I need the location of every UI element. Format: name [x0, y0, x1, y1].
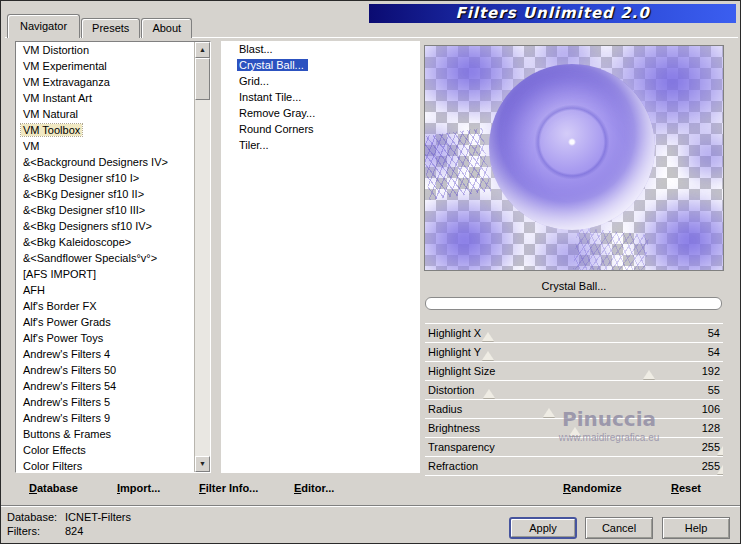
editor-button[interactable]: Editor... — [294, 482, 334, 494]
category-list-item[interactable]: VM Instant Art — [16, 90, 194, 106]
filter-list-item[interactable]: Tiler... — [221, 137, 420, 153]
slider-thumb-icon[interactable] — [543, 408, 555, 417]
crystal-ball-graphic — [489, 64, 655, 230]
param-slider-row[interactable]: Radius 106 — [425, 400, 723, 419]
slider-thumb-icon[interactable] — [482, 332, 494, 341]
category-list-item[interactable]: Color Filters — [16, 458, 194, 472]
scroll-up-icon[interactable]: ▲ — [195, 42, 210, 58]
category-list-item[interactable]: VM Distortion — [16, 42, 194, 58]
category-list-item[interactable]: Andrew's Filters 4 — [16, 346, 194, 362]
category-label: VM Extravaganza — [21, 76, 112, 88]
category-label: Andrew's Filters 4 — [21, 348, 112, 360]
category-list-item[interactable]: Alf's Power Toys — [16, 330, 194, 346]
database-button[interactable]: Database — [29, 482, 78, 494]
help-button[interactable]: Help — [662, 517, 730, 539]
category-list-item[interactable]: &<BKg Designer sf10 II> — [16, 186, 194, 202]
category-label: VM Experimental — [21, 60, 109, 72]
scrollbar-thumb[interactable] — [195, 58, 210, 100]
category-list-item[interactable]: &<Bkg Kaleidoscope> — [16, 234, 194, 250]
param-slider-row[interactable]: Refraction 255 — [425, 457, 723, 476]
category-label: VM — [21, 140, 42, 152]
preview-mesh-texture — [424, 128, 491, 200]
tab-label: Presets — [92, 22, 129, 34]
category-label: Andrew's Filters 54 — [21, 380, 118, 392]
status-database: Database: ICNET-Filters — [7, 511, 57, 524]
filter-info-button[interactable]: Filter Info... — [199, 482, 258, 494]
tab-label: Navigator — [20, 20, 67, 32]
filter-list-item[interactable]: Round Corners — [221, 121, 420, 137]
filter-list-item[interactable]: Grid... — [221, 73, 420, 89]
reset-button[interactable]: Reset — [671, 482, 701, 494]
category-list-item[interactable]: Alf's Power Grads — [16, 314, 194, 330]
progress-bar — [425, 297, 722, 310]
category-list-item[interactable]: &<Bkg Designer sf10 I> — [16, 170, 194, 186]
import-button[interactable]: Import... — [117, 482, 160, 494]
filters-unlimited-window: Navigator Presets About Filters Unlimite… — [0, 0, 741, 544]
category-label: Buttons & Frames — [21, 428, 113, 440]
param-slider-row[interactable]: Transparency 255 — [425, 438, 723, 457]
param-slider-row[interactable]: Highlight Y 54 — [425, 343, 723, 362]
tab-bar: Navigator Presets About — [7, 14, 193, 38]
category-list-item[interactable]: VM Toolbox — [16, 122, 194, 138]
category-label: AFH — [21, 284, 47, 296]
category-list-item[interactable]: Andrew's Filters 50 — [16, 362, 194, 378]
category-scrollbar[interactable]: ▲ ▼ — [194, 42, 210, 472]
scroll-down-icon[interactable]: ▼ — [195, 456, 210, 472]
filter-label: Instant Tile... — [237, 91, 305, 103]
category-list-item[interactable]: AFH — [16, 282, 194, 298]
slider-thumb-icon[interactable] — [482, 351, 494, 360]
category-label: Andrew's Filters 9 — [21, 412, 112, 424]
filter-list-item[interactable]: Blast... — [221, 41, 420, 57]
category-list-item[interactable]: &<Background Designers IV> — [16, 154, 194, 170]
tab[interactable]: About — [141, 18, 192, 38]
category-label: Color Effects — [21, 444, 88, 456]
filter-list: Blast... Crystal Ball... Grid... Instant… — [221, 41, 420, 473]
category-list-item[interactable]: &<Bkg Designers sf10 IV> — [16, 218, 194, 234]
randomize-button[interactable]: Randomize — [563, 482, 622, 494]
category-list-item[interactable]: &<Bkg Designer sf10 III> — [16, 202, 194, 218]
category-list-item[interactable]: Buttons & Frames — [16, 426, 194, 442]
window-title: Filters Unlimited 2.0 — [369, 4, 736, 23]
category-list-item[interactable]: Andrew's Filters 54 — [16, 378, 194, 394]
slider-thumb-icon[interactable] — [717, 446, 723, 455]
category-list: VM Distortion VM Experimental VM Extrava… — [15, 41, 211, 473]
category-list-item[interactable]: &<Sandflower Specials°v°> — [16, 250, 194, 266]
category-label: Andrew's Filters 50 — [21, 364, 118, 376]
param-label: Distortion — [428, 384, 474, 396]
slider-thumb-icon[interactable] — [483, 389, 495, 398]
category-list-item[interactable]: [AFS IMPORT] — [16, 266, 194, 282]
tab[interactable]: Navigator — [7, 14, 80, 38]
param-label: Highlight Size — [428, 365, 495, 377]
param-label: Highlight X — [428, 327, 481, 339]
param-value: 128 — [702, 422, 720, 434]
filter-label: Tiler... — [237, 139, 273, 151]
slider-thumb-icon[interactable] — [643, 370, 655, 379]
filter-list-item[interactable]: Remove Gray... — [221, 105, 420, 121]
category-list-item[interactable]: Color Effects — [16, 442, 194, 458]
param-label: Highlight Y — [428, 346, 481, 358]
param-slider-row[interactable]: Distortion 55 — [425, 381, 723, 400]
param-value: 192 — [702, 365, 720, 377]
tab[interactable]: Presets — [81, 18, 140, 38]
filter-label: Crystal Ball... — [237, 59, 308, 71]
category-list-item[interactable]: Alf's Border FX — [16, 298, 194, 314]
filter-list-item[interactable]: Crystal Ball... — [221, 57, 420, 73]
category-list-item[interactable]: Andrew's Filters 5 — [16, 394, 194, 410]
filter-list-item[interactable]: Instant Tile... — [221, 89, 420, 105]
category-list-item[interactable]: VM Natural — [16, 106, 194, 122]
category-list-item[interactable]: VM — [16, 138, 194, 154]
category-label: Alf's Power Toys — [21, 332, 105, 344]
param-slider-row[interactable]: Highlight Size 192 — [425, 362, 723, 381]
status-filters-label: Filters: — [7, 525, 40, 537]
category-list-item[interactable]: Andrew's Filters 9 — [16, 410, 194, 426]
category-list-item[interactable]: VM Extravaganza — [16, 74, 194, 90]
cancel-button[interactable]: Cancel — [585, 517, 653, 539]
category-list-item[interactable]: VM Experimental — [16, 58, 194, 74]
apply-button[interactable]: Apply — [509, 517, 577, 539]
preview-mesh-texture — [573, 227, 649, 271]
category-label: VM Distortion — [21, 44, 91, 56]
param-slider-row[interactable]: Brightness 128 — [425, 419, 723, 438]
slider-thumb-icon[interactable] — [717, 465, 723, 474]
param-slider-row[interactable]: Highlight X 54 — [425, 324, 723, 343]
slider-thumb-icon[interactable] — [569, 427, 581, 436]
